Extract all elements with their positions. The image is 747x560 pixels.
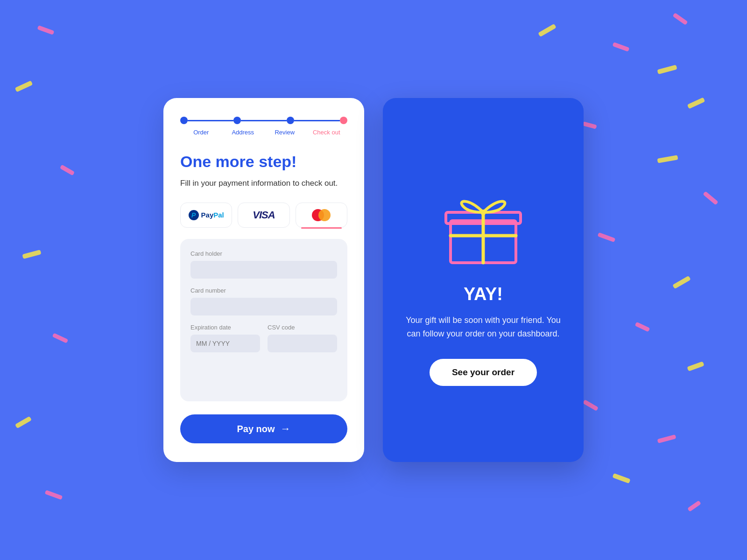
confetti-stroke-1: [613, 42, 630, 52]
yay-title: YAY!: [464, 284, 503, 304]
confetti-stroke-5: [582, 121, 597, 129]
step-label-review: Review: [264, 129, 306, 136]
confetti-stroke-17: [15, 80, 33, 92]
confetti-stroke-20: [52, 333, 69, 343]
confetti-stroke-16: [37, 25, 55, 35]
confetti-stroke-12: [583, 399, 599, 411]
confetti-stroke-3: [672, 13, 688, 25]
expiration-label: Expiration date: [190, 324, 260, 331]
confetti-stroke-9: [672, 276, 691, 289]
paypal-text: PayPal: [201, 211, 224, 219]
progress-bar: Order Address Review Check out: [180, 117, 347, 136]
step-dot-review: [287, 117, 294, 124]
step-dot-order: [180, 117, 188, 124]
visa-logo: VISA: [253, 209, 275, 221]
card-holder-label: Card holder: [190, 250, 337, 257]
visa-button[interactable]: VISA: [238, 203, 289, 228]
csv-input[interactable]: [268, 335, 337, 352]
payment-card: Order Address Review Check out One more …: [163, 98, 364, 462]
step-line-2: [241, 120, 287, 121]
step-label-order: Order: [180, 129, 222, 136]
confetti-stroke-11: [687, 361, 704, 371]
pay-now-button[interactable]: Pay now →: [180, 414, 347, 443]
confetti-stroke-13: [657, 434, 677, 443]
mastercard-logo: [312, 209, 331, 221]
card-number-label: Card number: [190, 287, 337, 294]
confetti-stroke-14: [612, 473, 630, 483]
confetti-stroke-22: [45, 490, 63, 500]
cards-wrapper: Order Address Review Check out One more …: [163, 98, 584, 462]
step-dot-address: [233, 117, 241, 124]
svg-point-4: [480, 210, 486, 215]
payment-methods: P PayPal VISA: [180, 203, 347, 228]
steps-labels: Order Address Review Check out: [180, 129, 347, 136]
confetti-stroke-4: [687, 97, 705, 109]
csv-label: CSV code: [268, 324, 337, 331]
yay-description: Your gift will be soon with your friend.…: [400, 314, 567, 341]
step-line-3: [294, 120, 340, 121]
confetti-stroke-6: [657, 155, 678, 163]
steps-line: [180, 117, 347, 124]
main-heading: One more step!: [180, 153, 347, 171]
card-holder-group: Card holder: [190, 250, 337, 279]
mc-orange-circle: [318, 209, 331, 221]
confetti-stroke-7: [703, 191, 718, 205]
confetti-stroke-10: [635, 322, 650, 332]
step-label-address: Address: [222, 129, 264, 136]
sub-heading: Fill in your payment information to chec…: [180, 177, 347, 189]
csv-group: CSV code: [268, 324, 337, 352]
card-form: Card holder Card number Expiration date …: [180, 239, 347, 401]
paypal-button[interactable]: P PayPal: [180, 203, 232, 228]
confetti-stroke-8: [598, 232, 616, 242]
card-holder-input[interactable]: [190, 261, 337, 279]
step-dot-checkout: [340, 117, 347, 124]
confetti-stroke-21: [15, 416, 32, 429]
confetti-stroke-2: [657, 65, 677, 75]
step-label-checkout: Check out: [306, 129, 348, 136]
expiry-csv-row: Expiration date CSV code: [190, 324, 337, 361]
confetti-stroke-15: [687, 500, 701, 512]
gift-illustration: [437, 174, 530, 267]
pay-arrow-icon: →: [281, 423, 291, 435]
confetti-stroke-0: [538, 24, 557, 37]
see-order-button[interactable]: See your order: [430, 359, 537, 386]
card-number-group: Card number: [190, 287, 337, 315]
paypal-p-icon: P: [189, 210, 199, 220]
confetti-stroke-18: [60, 165, 75, 176]
expiration-group: Expiration date: [190, 324, 260, 352]
paypal-logo: P PayPal: [189, 210, 224, 220]
expiration-input[interactable]: [190, 335, 260, 352]
mastercard-button[interactable]: [296, 203, 347, 228]
pay-button-label: Pay now: [237, 424, 275, 434]
step-line-1: [188, 120, 233, 121]
card-number-input[interactable]: [190, 298, 337, 315]
success-card: YAY! Your gift will be soon with your fr…: [383, 98, 584, 462]
confetti-stroke-19: [22, 250, 41, 259]
